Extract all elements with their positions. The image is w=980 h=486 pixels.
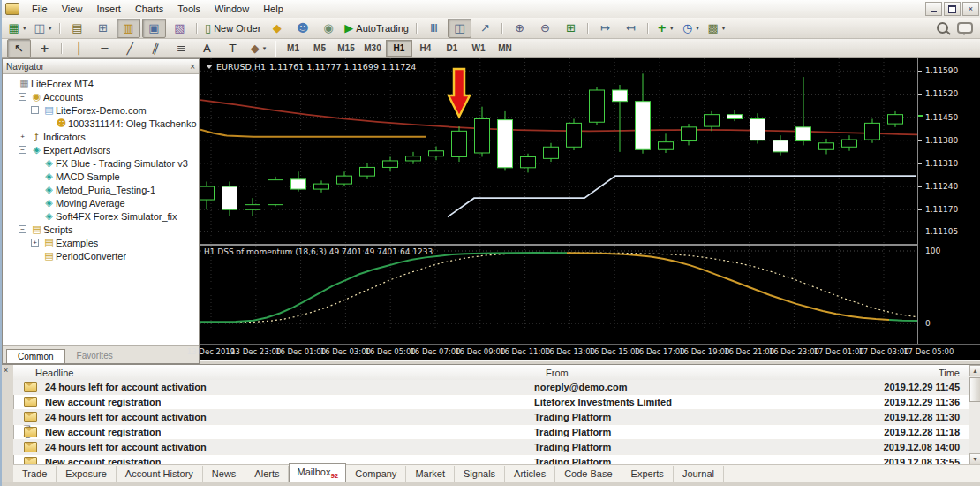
tree-item-metod-puria-testing-1[interactable]: ◈Metod_Puria_Testing-1 bbox=[3, 183, 199, 196]
terminal-tab-exposure[interactable]: Exposure bbox=[57, 466, 116, 482]
new-order-button[interactable]: ▯New Order bbox=[202, 19, 263, 38]
timeframe-d1[interactable]: D1 bbox=[439, 40, 465, 57]
timeframe-m5[interactable]: M5 bbox=[306, 40, 333, 57]
indicator-chart[interactable] bbox=[200, 246, 917, 329]
menu-view[interactable]: View bbox=[55, 2, 90, 16]
label-button[interactable]: T bbox=[221, 39, 245, 58]
experts-button[interactable]: ☻ bbox=[290, 19, 314, 38]
trendline-button[interactable]: ╱ bbox=[118, 39, 142, 58]
timeframe-w1[interactable]: W1 bbox=[465, 40, 492, 57]
tree-expander-icon[interactable]: − bbox=[31, 106, 39, 114]
menu-file[interactable]: File bbox=[25, 2, 55, 16]
terminal-tab-experts[interactable]: Experts bbox=[622, 466, 674, 482]
column-header-headline[interactable]: Headline bbox=[35, 368, 73, 378]
horizontal-line-button[interactable]: ─ bbox=[93, 39, 117, 58]
strategy-tester-button[interactable]: ▧ bbox=[168, 19, 192, 38]
terminal-scrollbar[interactable]: ▲ ▼ bbox=[969, 365, 980, 465]
tree-expander-icon[interactable]: + bbox=[31, 239, 39, 247]
timeframe-m30[interactable]: M30 bbox=[359, 40, 386, 57]
mail-row[interactable]: New account registrationLiteforex Invest… bbox=[13, 395, 969, 410]
timeframe-m15[interactable]: M15 bbox=[333, 40, 359, 57]
periods-button[interactable]: ◷▾ bbox=[679, 19, 703, 38]
mail-row[interactable]: 24 hours left for account activationTrad… bbox=[13, 410, 969, 425]
minimize-button[interactable] bbox=[925, 2, 942, 16]
time-axis[interactable]: 13 Dec 201913 Dec 23:0016 Dec 01:0016 De… bbox=[200, 344, 980, 360]
vertical-line-button[interactable]: │ bbox=[67, 39, 91, 58]
terminal-tab-trade[interactable]: Trade bbox=[13, 466, 57, 482]
templates-button[interactable]: ▩▾ bbox=[705, 19, 728, 38]
timeframe-h4[interactable]: H4 bbox=[412, 40, 439, 57]
chart-line-button[interactable]: ↗ bbox=[473, 19, 497, 38]
tree-item-periodconverter[interactable]: ▤PeriodConverter bbox=[3, 249, 199, 262]
chart-bars-button[interactable]: Ⅲ bbox=[422, 19, 446, 38]
chat-icon[interactable] bbox=[957, 22, 973, 34]
terminal-button[interactable]: ▣ bbox=[142, 19, 166, 38]
terminal-tab-journal[interactable]: Journal bbox=[674, 466, 724, 482]
search-icon[interactable] bbox=[937, 22, 948, 34]
tree-item-fx-blue-trading-simulator-v3[interactable]: ◈FX Blue - Trading Simulator v3 bbox=[3, 156, 199, 170]
cursor-button[interactable]: ↖ bbox=[7, 39, 31, 58]
metaeditor-button[interactable]: ◆ bbox=[265, 19, 289, 38]
shapes-button[interactable]: ◆▾ bbox=[246, 39, 270, 58]
menu-window[interactable]: Window bbox=[207, 2, 256, 16]
chart-candles-button[interactable]: ◫ bbox=[448, 19, 471, 38]
column-header-from[interactable]: From bbox=[546, 368, 569, 378]
column-header-time[interactable]: Time bbox=[939, 368, 960, 378]
navigator-button[interactable]: ▥ bbox=[117, 19, 140, 38]
channel-button[interactable]: ∥ bbox=[144, 39, 168, 58]
fibonacci-button[interactable]: ≡ bbox=[170, 39, 193, 58]
mail-row[interactable]: 24 hours left for account activationTrad… bbox=[13, 440, 969, 455]
autotrading-button[interactable]: ▶AutoTrading bbox=[342, 19, 411, 38]
scrollbar-up-icon[interactable]: ▲ bbox=[969, 365, 980, 376]
tile-windows-button[interactable]: ⊞ bbox=[559, 19, 583, 38]
tree-item-expert-advisors[interactable]: −◈Expert Advisors bbox=[3, 143, 199, 156]
timeframe-h1[interactable]: H1 bbox=[386, 40, 412, 57]
text-button[interactable]: A bbox=[195, 39, 219, 58]
zoom-in-button[interactable]: ⊕ bbox=[508, 19, 531, 38]
price-axis[interactable]: 1.115901.115201.114501.113801.113101.112… bbox=[917, 58, 980, 344]
mail-row[interactable]: New account registrationTrading Platform… bbox=[13, 425, 969, 440]
tree-expander-icon[interactable]: + bbox=[19, 133, 26, 140]
timeframe-m1[interactable]: M1 bbox=[280, 40, 306, 57]
terminal-close-button[interactable]: × bbox=[4, 366, 8, 375]
menu-charts[interactable]: Charts bbox=[128, 2, 170, 16]
timeframe-mn[interactable]: MN bbox=[492, 40, 518, 57]
terminal-tab-alerts[interactable]: Alerts bbox=[245, 466, 289, 482]
close-button[interactable]: × bbox=[962, 2, 979, 16]
terminal-tab-signals[interactable]: Signals bbox=[455, 466, 505, 482]
terminal-tab-market[interactable]: Market bbox=[406, 466, 455, 482]
auto-scroll-button[interactable]: ↦ bbox=[593, 19, 617, 38]
tree-item-liteforex-demo-com[interactable]: −▤LiteForex-Demo.com bbox=[3, 103, 199, 117]
terminal-tab-news[interactable]: News bbox=[203, 466, 246, 482]
tree-item-moving-average[interactable]: ◈Moving Average bbox=[3, 196, 199, 209]
navigator-tab-common[interactable]: Common bbox=[6, 349, 65, 363]
chart-shift-button[interactable]: ↤ bbox=[619, 19, 643, 38]
terminal-tab-account-history[interactable]: Account History bbox=[117, 466, 203, 482]
navigator-close-button[interactable]: × bbox=[190, 62, 195, 72]
sounds-button[interactable]: ◉ bbox=[316, 19, 340, 38]
tree-item-indicators[interactable]: +ƒIndicators bbox=[3, 130, 199, 143]
restore-button[interactable] bbox=[944, 2, 961, 16]
tree-item-macd-sample[interactable]: ◈MACD Sample bbox=[3, 170, 199, 183]
indicators-button[interactable]: +▾ bbox=[653, 19, 677, 38]
tree-item-examples[interactable]: +▤Examples bbox=[3, 236, 199, 249]
chart-collapse-icon[interactable] bbox=[206, 65, 213, 69]
tree-expander-icon[interactable]: − bbox=[19, 146, 26, 154]
market-watch-button[interactable]: ▤ bbox=[65, 19, 89, 38]
data-window-button[interactable]: ⊞ bbox=[91, 19, 115, 38]
tree-item-1003311144-oleg-tkachenko-n[interactable]: ☻1003311144: Oleg Tkachenko-N bbox=[3, 117, 199, 130]
terminal-tab-company[interactable]: Company bbox=[346, 466, 406, 482]
tree-expander-icon[interactable]: − bbox=[19, 93, 26, 101]
menu-insert[interactable]: Insert bbox=[89, 2, 128, 16]
tree-item-liteforex-mt4[interactable]: ▦LiteForex MT4 bbox=[3, 77, 199, 90]
menu-tools[interactable]: Tools bbox=[170, 2, 207, 16]
terminal-tab-code-base[interactable]: Code Base bbox=[555, 466, 622, 482]
new-chart-button[interactable]: ▦▾ bbox=[5, 19, 29, 38]
scrollbar-thumb[interactable] bbox=[969, 377, 980, 402]
candlestick-chart[interactable] bbox=[200, 58, 917, 244]
tree-item-soft4fx-forex-simulator-fix[interactable]: ◈Soft4FX Forex Simulator_fix bbox=[3, 209, 199, 223]
tree-item-accounts[interactable]: −◉Accounts bbox=[3, 90, 199, 103]
tree-item-scripts[interactable]: −▤Scripts bbox=[3, 223, 199, 236]
crosshair-button[interactable]: + bbox=[33, 39, 57, 58]
mail-row[interactable]: 24 hours left for account activationnore… bbox=[13, 380, 969, 395]
